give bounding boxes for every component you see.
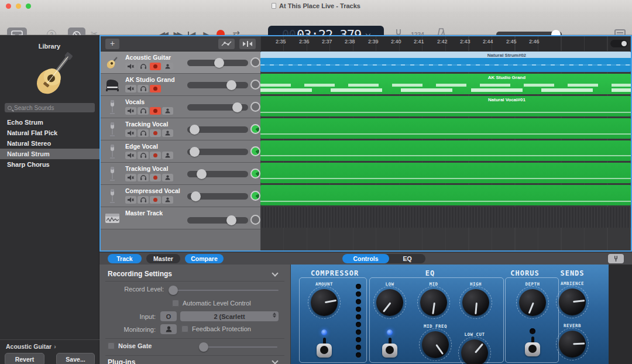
amount-knob[interactable] <box>311 289 338 316</box>
library-item[interactable]: Echo Strum <box>0 117 99 128</box>
master-region[interactable] <box>260 207 631 228</box>
track-row[interactable]: AK Studio Grand <box>101 74 260 96</box>
feedback-protection-checkbox[interactable] <box>181 325 188 332</box>
track-row[interactable]: Tracking Vocal <box>101 163 260 185</box>
pan-knob[interactable] <box>250 191 260 201</box>
library-item-selected[interactable]: Natural Strum <box>0 149 99 159</box>
mute-button[interactable] <box>125 152 136 159</box>
tab-track[interactable]: Track <box>108 254 142 263</box>
low-cut-knob[interactable] <box>461 339 488 364</box>
region-natural-vocal[interactable]: Natural Vocal#01 <box>260 96 631 116</box>
save-button[interactable]: Save... <box>56 353 95 364</box>
track-row[interactable]: Edge Vocal <box>101 140 260 163</box>
solo-button[interactable] <box>138 174 149 181</box>
pan-knob[interactable] <box>250 102 260 112</box>
stepper-icon[interactable] <box>273 313 276 318</box>
track-row[interactable]: Compressed Vocal <box>101 185 260 207</box>
track-volume-slider[interactable] <box>187 193 248 200</box>
mute-button[interactable] <box>125 85 136 92</box>
solo-button[interactable] <box>138 152 149 159</box>
pan-knob[interactable] <box>250 124 260 134</box>
mid-freq-knob[interactable] <box>422 331 449 358</box>
timeline[interactable]: 2:35 2:36 2:37 2:38 2:39 2:40 2:41 2:42 … <box>260 36 631 250</box>
track-name[interactable]: Compressed Vocal <box>125 187 180 194</box>
library-item[interactable]: Natural Flat Pick <box>0 128 99 138</box>
tab-eq[interactable]: EQ <box>389 254 425 263</box>
mute-button[interactable] <box>125 174 136 181</box>
input-monitoring-button[interactable] <box>162 107 173 115</box>
region-audio[interactable] <box>260 185 631 205</box>
track-volume-slider[interactable] <box>187 60 248 66</box>
record-enable-button[interactable] <box>150 152 161 159</box>
noise-gate-slider[interactable] <box>204 346 277 348</box>
input-mono-button[interactable]: O <box>160 311 177 321</box>
tab-master[interactable]: Master <box>146 254 180 263</box>
library-item[interactable]: Natural Stereo <box>0 138 99 149</box>
track-name[interactable]: Tracking Vocal <box>125 165 168 172</box>
track-row[interactable]: Tracking Vocal <box>101 118 260 140</box>
record-enable-button[interactable] <box>150 63 161 70</box>
region-ak-studio-grand[interactable]: AK Studio Grand <box>260 74 631 94</box>
track-name[interactable]: Master Track <box>125 210 163 217</box>
input-monitoring-button[interactable] <box>162 174 173 181</box>
track-volume-slider[interactable] <box>187 126 248 133</box>
catch-playhead-button[interactable] <box>239 39 256 49</box>
pan-knob[interactable] <box>250 80 260 90</box>
add-track-button[interactable]: + <box>105 39 119 49</box>
mid-knob[interactable] <box>420 289 447 316</box>
track-volume-slider[interactable] <box>187 149 248 155</box>
track-volume-slider[interactable] <box>187 82 248 88</box>
record-enable-button[interactable] <box>150 85 161 92</box>
low-knob[interactable] <box>376 289 403 316</box>
solo-button[interactable] <box>138 107 149 115</box>
track-volume-slider[interactable] <box>187 104 248 111</box>
ambience-knob[interactable] <box>559 289 586 315</box>
track-name[interactable]: Edge Vocal <box>125 143 158 150</box>
track-name[interactable]: AK Studio Grand <box>125 76 175 83</box>
record-enable-button[interactable] <box>150 107 161 115</box>
pan-knob[interactable] <box>250 57 260 67</box>
record-level-slider[interactable] <box>173 290 279 291</box>
chorus-power-switch[interactable] <box>525 336 540 356</box>
depth-knob[interactable] <box>519 289 546 316</box>
input-select[interactable]: 2 (Scarlett <box>180 311 279 321</box>
track-name[interactable]: Acoustic Guitar <box>125 54 171 61</box>
record-level-thumb[interactable] <box>169 286 178 295</box>
solo-button[interactable] <box>138 85 149 92</box>
reverb-knob[interactable] <box>559 331 586 358</box>
solo-button[interactable] <box>138 63 149 70</box>
track-volume-slider[interactable] <box>187 171 248 177</box>
track-row[interactable]: Acoustic Guitar <box>101 51 260 74</box>
region-audio[interactable] <box>260 118 631 139</box>
library-item[interactable]: Sharp Chorus <box>0 159 99 170</box>
solo-button[interactable] <box>138 196 149 204</box>
solo-button[interactable] <box>138 129 149 137</box>
monitoring-button[interactable] <box>160 324 177 334</box>
collapse-chevron-icon[interactable] <box>272 358 278 364</box>
track-name[interactable]: Vocals <box>125 98 145 105</box>
pan-knob[interactable] <box>250 169 260 178</box>
master-pan-knob[interactable] <box>250 215 260 225</box>
mute-button[interactable] <box>125 129 136 137</box>
search-sounds-input[interactable]: Search Sounds <box>5 103 95 112</box>
record-enable-button[interactable] <box>150 129 161 137</box>
current-patch-breadcrumb[interactable]: Acoustic Guitar› <box>6 343 56 350</box>
track-name[interactable]: Tracking Vocal <box>125 121 168 128</box>
automation-button[interactable] <box>218 39 235 49</box>
tab-controls[interactable]: Controls <box>342 254 389 263</box>
record-enable-button[interactable] <box>150 174 161 181</box>
tab-compare[interactable]: Compare <box>185 254 224 263</box>
timeline-zoom-slider[interactable] <box>610 40 628 47</box>
region-audio[interactable] <box>260 140 631 161</box>
region-audio[interactable] <box>260 163 631 183</box>
auto-level-checkbox[interactable] <box>172 300 179 307</box>
track-row[interactable]: Master Track <box>101 207 260 229</box>
master-track-volume-slider[interactable] <box>187 217 248 224</box>
record-enable-button[interactable] <box>150 196 161 204</box>
noise-gate-checkbox[interactable] <box>108 342 115 349</box>
input-monitoring-button[interactable] <box>162 152 173 159</box>
tuning-fork-button[interactable] <box>608 254 624 263</box>
track-row[interactable]: Vocals <box>101 96 260 118</box>
time-ruler[interactable]: 2:35 2:36 2:37 2:38 2:39 2:40 2:41 2:42 … <box>260 36 631 51</box>
noise-gate-thumb[interactable] <box>199 342 208 352</box>
